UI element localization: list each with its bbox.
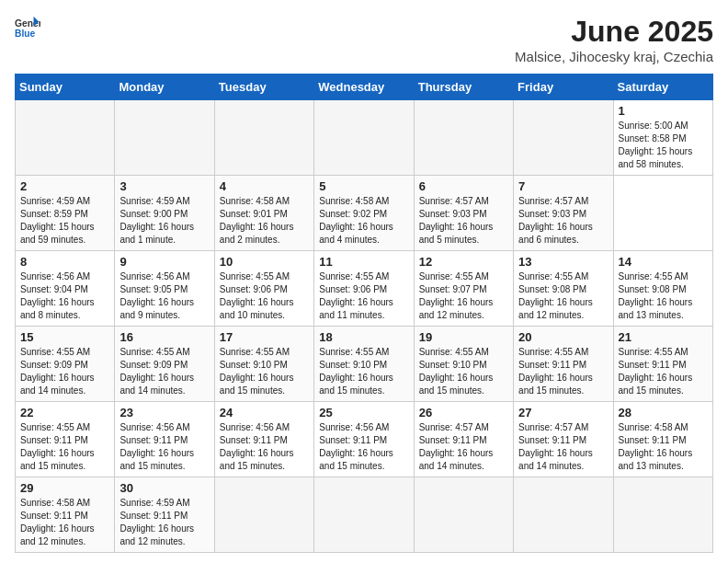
weekday-header-thursday: Thursday: [414, 75, 513, 100]
day-info: Sunrise: 4:55 AM Sunset: 9:08 PM Dayligh…: [619, 270, 708, 322]
empty-cell: [214, 100, 313, 176]
day-number: 20: [518, 330, 608, 344]
day-info: Sunrise: 4:55 AM Sunset: 9:09 PM Dayligh…: [20, 346, 109, 397]
sunset: Sunset: 8:59 PM: [20, 209, 88, 219]
daylight: Daylight: 16 hours and 15 minutes.: [619, 373, 693, 396]
empty-cell: [314, 477, 414, 553]
day-cell-8: 8 Sunrise: 4:56 AM Sunset: 9:04 PM Dayli…: [16, 251, 115, 327]
daylight: Daylight: 16 hours and 8 minutes.: [20, 297, 95, 320]
daylight: Daylight: 16 hours and 12 minutes.: [119, 523, 194, 546]
day-cell-15: 15 Sunrise: 4:55 AM Sunset: 9:09 PM Dayl…: [16, 327, 115, 402]
day-info: Sunrise: 4:57 AM Sunset: 9:11 PM Dayligh…: [518, 421, 608, 473]
weekday-header-saturday: Saturday: [613, 75, 712, 100]
day-cell-9: 9 Sunrise: 4:56 AM Sunset: 9:05 PM Dayli…: [115, 251, 214, 327]
day-number: 23: [119, 406, 209, 419]
month-title: June 2025: [515, 15, 713, 49]
day-info: Sunrise: 4:55 AM Sunset: 9:11 PM Dayligh…: [619, 346, 708, 397]
calendar-week-4: 15 Sunrise: 4:55 AM Sunset: 9:09 PM Dayl…: [16, 327, 713, 402]
sunset: Sunset: 9:10 PM: [419, 360, 487, 370]
daylight: Daylight: 16 hours and 14 minutes.: [419, 448, 494, 471]
day-info: Sunrise: 4:59 AM Sunset: 9:11 PM Dayligh…: [119, 497, 209, 548]
day-number: 8: [20, 255, 109, 269]
day-cell-30: 30 Sunrise: 4:59 AM Sunset: 9:11 PM Dayl…: [115, 477, 214, 553]
day-info: Sunrise: 4:55 AM Sunset: 9:10 PM Dayligh…: [419, 346, 508, 397]
day-number: 13: [518, 255, 608, 269]
day-number: 1: [619, 104, 708, 118]
sunrise: Sunrise: 4:55 AM: [419, 271, 489, 282]
empty-cell: [414, 100, 513, 176]
daylight: Daylight: 16 hours and 14 minutes.: [119, 373, 194, 396]
day-number: 6: [419, 179, 508, 193]
sunset: Sunset: 9:09 PM: [20, 360, 88, 370]
sunset: Sunset: 9:03 PM: [518, 209, 586, 219]
sunrise: Sunrise: 4:55 AM: [220, 347, 290, 357]
sunset: Sunset: 9:04 PM: [20, 284, 88, 294]
day-number: 30: [119, 481, 209, 495]
day-number: 7: [518, 179, 608, 193]
day-cell-10: 10 Sunrise: 4:55 AM Sunset: 9:06 PM Dayl…: [214, 251, 313, 327]
day-info: Sunrise: 4:55 AM Sunset: 9:06 PM Dayligh…: [220, 270, 309, 322]
day-info: Sunrise: 4:57 AM Sunset: 9:03 PM Dayligh…: [419, 195, 508, 247]
day-cell-7: 7 Sunrise: 4:57 AM Sunset: 9:03 PM Dayli…: [514, 176, 613, 251]
sunrise: Sunrise: 4:56 AM: [119, 271, 189, 282]
day-number: 25: [319, 406, 408, 419]
sunset: Sunset: 9:11 PM: [319, 435, 387, 445]
day-info: Sunrise: 4:56 AM Sunset: 9:11 PM Dayligh…: [119, 421, 209, 473]
day-cell-5: 5 Sunrise: 4:58 AM Sunset: 9:02 PM Dayli…: [314, 176, 414, 251]
sunset: Sunset: 9:11 PM: [518, 435, 586, 445]
daylight: Daylight: 16 hours and 15 minutes.: [419, 373, 494, 396]
sunrise: Sunrise: 4:58 AM: [220, 196, 290, 206]
day-info: Sunrise: 4:58 AM Sunset: 9:11 PM Dayligh…: [20, 497, 109, 548]
day-info: Sunrise: 4:59 AM Sunset: 8:59 PM Dayligh…: [20, 195, 109, 247]
calendar-table: SundayMondayTuesdayWednesdayThursdayFrid…: [15, 74, 713, 553]
day-info: Sunrise: 4:55 AM Sunset: 9:10 PM Dayligh…: [319, 346, 408, 397]
calendar-body: 1 Sunrise: 5:00 AM Sunset: 8:58 PM Dayli…: [16, 100, 713, 553]
sunrise: Sunrise: 4:58 AM: [319, 196, 389, 206]
day-info: Sunrise: 4:58 AM Sunset: 9:02 PM Dayligh…: [319, 195, 408, 247]
day-number: 22: [20, 406, 109, 419]
calendar-week-6: 29 Sunrise: 4:58 AM Sunset: 9:11 PM Dayl…: [16, 477, 713, 553]
sunset: Sunset: 9:05 PM: [119, 284, 188, 294]
sunset: Sunset: 9:11 PM: [119, 511, 188, 521]
day-number: 11: [319, 255, 408, 269]
weekday-header-wednesday: Wednesday: [314, 75, 414, 100]
empty-cell: [514, 100, 613, 176]
day-cell-24: 24 Sunrise: 4:56 AM Sunset: 9:11 PM Dayl…: [214, 402, 313, 477]
daylight: Daylight: 16 hours and 6 minutes.: [518, 222, 593, 245]
day-info: Sunrise: 4:56 AM Sunset: 9:04 PM Dayligh…: [20, 270, 109, 322]
day-info: Sunrise: 4:55 AM Sunset: 9:08 PM Dayligh…: [518, 270, 608, 322]
day-info: Sunrise: 4:56 AM Sunset: 9:11 PM Dayligh…: [220, 421, 309, 473]
daylight: Daylight: 16 hours and 15 minutes.: [319, 448, 393, 471]
weekday-header-row: SundayMondayTuesdayWednesdayThursdayFrid…: [16, 75, 713, 100]
day-number: 24: [220, 406, 309, 419]
sunrise: Sunrise: 4:58 AM: [20, 498, 90, 508]
daylight: Daylight: 16 hours and 15 minutes.: [220, 373, 294, 396]
day-info: Sunrise: 4:55 AM Sunset: 9:10 PM Dayligh…: [220, 346, 309, 397]
daylight: Daylight: 16 hours and 15 minutes.: [220, 448, 294, 471]
day-info: Sunrise: 4:58 AM Sunset: 9:11 PM Dayligh…: [619, 421, 708, 473]
daylight: Daylight: 16 hours and 1 minute.: [119, 222, 194, 245]
sunset: Sunset: 9:11 PM: [119, 435, 188, 445]
day-number: 4: [220, 179, 309, 193]
daylight: Daylight: 16 hours and 13 minutes.: [619, 448, 693, 471]
empty-cell: [214, 477, 313, 553]
calendar-week-2: 2 Sunrise: 4:59 AM Sunset: 8:59 PM Dayli…: [16, 176, 713, 251]
sunrise: Sunrise: 4:59 AM: [20, 196, 90, 206]
day-info: Sunrise: 4:56 AM Sunset: 9:05 PM Dayligh…: [119, 270, 209, 322]
empty-cell: [314, 100, 414, 176]
daylight: Daylight: 16 hours and 15 minutes.: [319, 373, 393, 396]
daylight: Daylight: 16 hours and 11 minutes.: [319, 297, 393, 320]
sunset: Sunset: 9:11 PM: [619, 435, 687, 445]
day-cell-29: 29 Sunrise: 4:58 AM Sunset: 9:11 PM Dayl…: [16, 477, 115, 553]
day-number: 5: [319, 179, 408, 193]
day-number: 15: [20, 330, 109, 344]
daylight: Daylight: 16 hours and 5 minutes.: [419, 222, 494, 245]
sunrise: Sunrise: 4:55 AM: [619, 347, 688, 357]
daylight: Daylight: 16 hours and 15 minutes.: [518, 373, 593, 396]
day-number: 9: [119, 255, 209, 269]
calendar-week-1: 1 Sunrise: 5:00 AM Sunset: 8:58 PM Dayli…: [16, 100, 713, 176]
daylight: Daylight: 15 hours and 58 minutes.: [619, 146, 693, 169]
day-number: 17: [220, 330, 309, 344]
day-number: 14: [619, 255, 708, 269]
empty-cell: [16, 100, 115, 176]
